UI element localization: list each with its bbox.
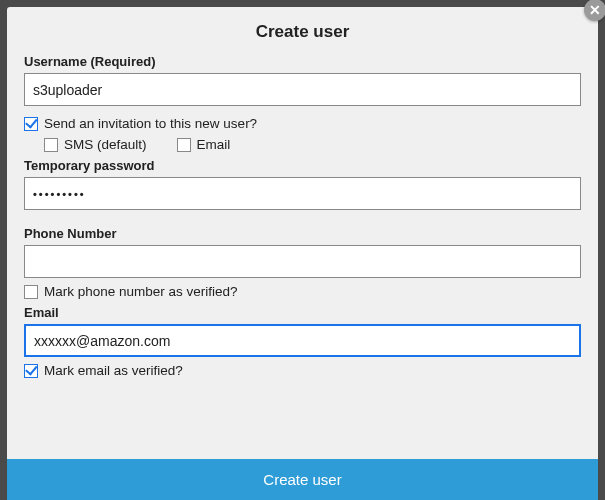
email-label: Email (24, 305, 581, 320)
email-verify-checkbox[interactable] (24, 364, 38, 378)
username-group: Username (Required) (24, 54, 581, 106)
phone-verify-checkbox[interactable] (24, 285, 38, 299)
username-label: Username (Required) (24, 54, 581, 69)
username-input[interactable] (24, 73, 581, 106)
create-user-modal: Create user Username (Required) Send an … (7, 7, 598, 500)
email-input[interactable] (24, 324, 581, 357)
phone-label: Phone Number (24, 226, 581, 241)
sms-checkbox[interactable] (44, 138, 58, 152)
temp-password-label: Temporary password (24, 158, 581, 173)
phone-input[interactable] (24, 245, 581, 278)
submit-label: Create user (263, 471, 341, 488)
close-glyph: ✕ (589, 2, 601, 18)
invitation-row: Send an invitation to this new user? (24, 116, 581, 131)
temp-password-group: Temporary password (24, 158, 581, 210)
email-verify-label[interactable]: Mark email as verified? (44, 363, 183, 378)
sms-label[interactable]: SMS (default) (64, 137, 147, 152)
modal-title: Create user (7, 7, 598, 54)
close-icon[interactable]: ✕ (584, 0, 605, 21)
invitation-options: SMS (default) Email (44, 137, 581, 152)
email-option-checkbox[interactable] (177, 138, 191, 152)
email-option-label[interactable]: Email (197, 137, 231, 152)
invitation-label[interactable]: Send an invitation to this new user? (44, 116, 257, 131)
submit-button[interactable]: Create user (7, 459, 598, 500)
invitation-checkbox[interactable] (24, 117, 38, 131)
modal-body: Username (Required) Send an invitation t… (7, 54, 598, 459)
phone-verify-row: Mark phone number as verified? (24, 284, 581, 299)
temp-password-input[interactable] (24, 177, 581, 210)
phone-group: Phone Number (24, 226, 581, 278)
email-verify-row: Mark email as verified? (24, 363, 581, 378)
email-group: Email (24, 305, 581, 357)
phone-verify-label[interactable]: Mark phone number as verified? (44, 284, 238, 299)
